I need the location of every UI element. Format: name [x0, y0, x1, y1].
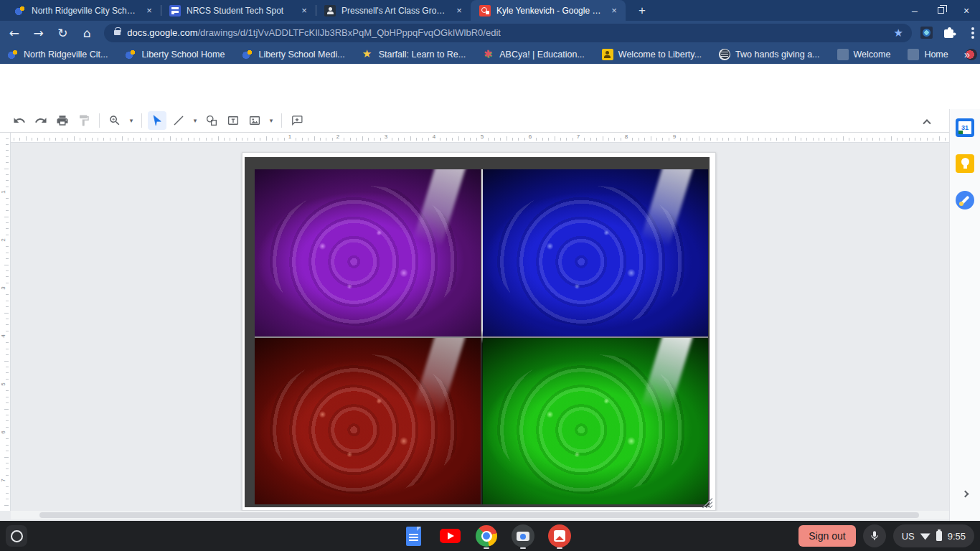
- drawing-workspace[interactable]: [11, 143, 949, 511]
- ruler-number: 1: [288, 133, 291, 140]
- shape-tool-button[interactable]: [202, 111, 221, 130]
- paint-format-button[interactable]: [75, 111, 93, 130]
- minimize-button[interactable]: –: [905, 1, 924, 20]
- ruler-tick: [717, 138, 717, 141]
- zoom-dropdown-caret[interactable]: ▾: [127, 111, 136, 130]
- new-tab-button[interactable]: +: [633, 1, 651, 20]
- bookmark-favicon-pin: [7, 49, 19, 60]
- ruler-tick: [320, 138, 321, 141]
- print-button[interactable]: [53, 111, 72, 130]
- image-tool-button[interactable]: [245, 111, 264, 130]
- shelf-app-youtube[interactable]: [438, 522, 461, 550]
- bookmark-item[interactable]: Liberty School Medi...: [242, 49, 344, 60]
- popart-image[interactable]: [245, 157, 710, 507]
- ruler-number: 7: [577, 133, 580, 140]
- shelf-app-gallery[interactable]: [548, 522, 571, 550]
- extension-icon[interactable]: [920, 27, 933, 39]
- ruler-tick: [6, 445, 9, 446]
- ruler-tick: [6, 438, 9, 439]
- ruler-tick: [867, 138, 867, 141]
- ruler-tick: [806, 138, 807, 141]
- ruler-tick: [6, 222, 9, 223]
- bookmark-item[interactable]: Welcome to Liberty...: [602, 49, 702, 60]
- popart-quadrant-red: [255, 338, 481, 505]
- tab-close-button[interactable]: ×: [608, 5, 620, 17]
- collapse-side-panel-button[interactable]: [956, 485, 974, 502]
- drawing-canvas-page[interactable]: [242, 152, 716, 511]
- microphone-button[interactable]: [863, 524, 886, 547]
- ruler-tick: [6, 463, 9, 463]
- bookmarks-bar: North Ridgeville Cit...Liberty School Ho…: [0, 44, 980, 64]
- shelf-app-docs[interactable]: [402, 522, 425, 550]
- ruler-tick: [14, 138, 14, 141]
- undo-button[interactable]: [10, 111, 29, 130]
- ruler-number: 3: [0, 286, 6, 289]
- ruler-tick: [945, 138, 946, 141]
- redo-button[interactable]: [32, 111, 50, 130]
- bookmark-item[interactable]: Liberty School Home: [125, 49, 225, 60]
- close-window-button[interactable]: ×: [957, 1, 976, 20]
- ruler-tick: [67, 138, 68, 141]
- shelf-app-chrome[interactable]: [475, 522, 498, 550]
- forward-button[interactable]: →: [29, 23, 49, 43]
- bookmark-label: Two hands giving a...: [735, 50, 819, 60]
- light-streak: [414, 338, 469, 415]
- bookmark-item[interactable]: Starfall: Learn to Re...: [362, 49, 466, 60]
- home-button[interactable]: ⌂: [77, 23, 97, 43]
- back-button[interactable]: ←: [4, 23, 24, 43]
- browser-tab[interactable]: Kyle Yenkevich - Google Drawing×: [471, 0, 626, 21]
- google-keep-icon[interactable]: [956, 154, 974, 173]
- bookmark-item[interactable]: Welcome: [837, 49, 891, 60]
- ruler-tick: [158, 138, 159, 141]
- scrollbar-thumb[interactable]: [39, 512, 919, 518]
- bookmark-label: North Ridgeville Cit...: [24, 50, 108, 60]
- text-box-icon: [227, 114, 240, 127]
- sign-out-button[interactable]: Sign out: [798, 525, 855, 547]
- battery-icon: [936, 531, 942, 541]
- shelf-app-camera[interactable]: [512, 522, 534, 550]
- bookmarks-overflow-chevron[interactable]: »: [964, 48, 970, 60]
- ruler-tick: [133, 138, 134, 141]
- text-box-tool-button[interactable]: [224, 111, 242, 130]
- bookmark-item[interactable]: Home: [908, 49, 948, 60]
- line-dropdown-caret[interactable]: ▾: [191, 111, 199, 130]
- restore-button[interactable]: [931, 1, 950, 20]
- ruler-tick: [939, 136, 940, 141]
- address-bar[interactable]: docs.google.com/drawings/d/1tjVvADDLTFcK…: [104, 24, 912, 42]
- bookmark-item[interactable]: Two hands giving a...: [719, 49, 819, 60]
- launcher-button[interactable]: [6, 525, 27, 547]
- browser-tab[interactable]: Pressnell's Art Class Group A- P×: [316, 0, 471, 21]
- ruler-tick: [6, 235, 9, 235]
- select-tool-button[interactable]: [148, 111, 166, 130]
- line-tool-button[interactable]: [169, 111, 188, 130]
- tab-close-button[interactable]: ×: [143, 5, 155, 17]
- browser-tab[interactable]: NRCS Student Tech Spot×: [161, 0, 316, 21]
- system-status-tray[interactable]: US 9:55: [893, 524, 974, 547]
- google-tasks-icon[interactable]: [956, 191, 974, 209]
- collapse-menus-button[interactable]: [918, 112, 936, 131]
- ruler-tick: [614, 138, 615, 141]
- google-calendar-icon[interactable]: 31: [956, 118, 974, 137]
- bookmark-item[interactable]: ABCya! | Education...: [483, 49, 585, 60]
- ruler-tick: [560, 138, 561, 141]
- tab-close-button[interactable]: ×: [298, 5, 310, 17]
- ruler-tick: [488, 138, 489, 141]
- comment-tool-button[interactable]: [288, 111, 306, 130]
- ruler-tick: [6, 228, 9, 229]
- bookmark-favicon-pin: [242, 49, 253, 60]
- bookmark-favicon-star: [362, 49, 374, 60]
- redo-icon: [34, 114, 47, 127]
- reload-button[interactable]: ↻: [53, 23, 73, 43]
- horizontal-scrollbar[interactable]: [11, 511, 949, 519]
- extensions-puzzle-icon[interactable]: [943, 27, 956, 39]
- tab-close-button[interactable]: ×: [453, 5, 465, 17]
- image-dropdown-caret[interactable]: ▾: [267, 111, 275, 130]
- bookmark-item[interactable]: North Ridgeville Cit...: [7, 49, 108, 60]
- ruler-tick: [6, 270, 9, 271]
- bookmark-star-icon[interactable]: ★: [894, 27, 903, 39]
- chrome-icon: [476, 525, 497, 547]
- browser-menu-icon[interactable]: [971, 32, 974, 34]
- browser-tab[interactable]: North Ridgeville City Schools×: [6, 0, 161, 21]
- tab-favicon-classroom: [324, 5, 336, 17]
- zoom-tool-button[interactable]: [105, 111, 124, 130]
